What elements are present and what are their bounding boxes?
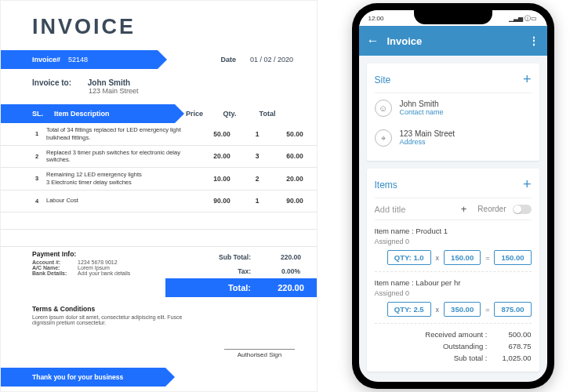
address-sub: Address	[400, 138, 456, 146]
invoice-to-address: 123 Main Street	[89, 87, 317, 95]
location-icon: ⌖	[375, 129, 392, 147]
status-icons: ▁▃▅ ⓘ▭	[509, 14, 537, 23]
table-row: 2Replaced 3 timer push switches for elec…	[1, 146, 317, 169]
col-sl: SL.	[32, 110, 54, 118]
reorder-label: Reorder	[477, 205, 506, 213]
add-title-input[interactable]: Add title	[375, 205, 455, 214]
invoice-to-block: Invoice to: John Smith 123 Main Street	[32, 78, 317, 95]
add-site-button[interactable]: +	[523, 71, 532, 88]
site-heading: Site	[375, 74, 391, 85]
items-heading: Items	[375, 180, 397, 191]
price-chip[interactable]: 350.00	[444, 302, 481, 317]
table-row-empty	[1, 212, 317, 230]
appbar-title: Invoice	[387, 35, 423, 47]
invoice-number-value: 52148	[68, 56, 88, 64]
invoice-document: INVOICE Invoice# 52148 Date 01 / 02 / 20…	[0, 0, 318, 392]
authorised-sign: Authorised Sign	[224, 349, 295, 358]
terms-block: Terms & Conditions Lorem ipsum dolor sit…	[32, 305, 189, 325]
add-item-button[interactable]: +	[523, 176, 532, 193]
site-contact-entry[interactable]: ☺ John Smith Contact name	[375, 93, 532, 123]
site-address-entry[interactable]: ⌖ 123 Main Street Address	[375, 123, 532, 153]
menu-icon[interactable]: ⋮	[528, 34, 539, 47]
line-total-chip: 875.00	[494, 302, 531, 317]
app-bar: ← Invoice ⋮	[359, 26, 547, 56]
invoice-number-band: Invoice# 52148 Date 01 / 02 / 2020	[1, 50, 317, 69]
status-time: 12:00	[368, 15, 384, 22]
item-row[interactable]: Item name : Product 1 Assigned 0 QTY: 1.…	[375, 220, 532, 272]
back-icon[interactable]: ←	[367, 34, 379, 48]
table-row: 1Total of 34 fittings replaced for LED e…	[1, 123, 317, 146]
site-card: Site + ☺ John Smith Contact name ⌖	[367, 64, 539, 161]
date-label: Date	[220, 56, 236, 64]
invoice-to-name: John Smith	[88, 78, 130, 87]
table-row: 4Labour Cost90.00190.00	[1, 191, 317, 212]
col-qty: Qty.	[214, 110, 245, 118]
col-total: Total	[245, 110, 289, 118]
qty-chip[interactable]: QTY: 2.5	[387, 302, 431, 317]
item-row[interactable]: Item name : Labour per hr Assigned 0 QTY…	[375, 272, 532, 324]
line-total-chip: 150.00	[494, 250, 531, 265]
phone-frame: 12:00 ▁▃▅ ⓘ▭ ← Invoice ⋮ Site +	[352, 3, 554, 389]
thanks-band: Thank you for your business	[1, 368, 165, 387]
qty-chip[interactable]: QTY: 1.0	[387, 250, 431, 265]
terms-body: Lorem ipsum dolor sit amet, consectetur …	[32, 314, 189, 325]
add-title-plus-button[interactable]: +	[461, 203, 467, 215]
table-body: 1Total of 34 fittings replaced for LED e…	[1, 123, 317, 247]
thanks-text: Thank you for your business	[1, 368, 165, 387]
person-icon: ☺	[375, 100, 392, 117]
terms-heading: Terms & Conditions	[32, 305, 189, 313]
invoice-number-label: Invoice#	[32, 56, 60, 64]
col-desc: Item Description	[54, 110, 175, 118]
reorder-toggle[interactable]	[513, 205, 532, 214]
phone-notch	[414, 10, 492, 24]
contact-sub: Contact name	[400, 108, 444, 116]
table-header: SL. Item Description Price Qty. Total	[1, 104, 317, 123]
table-row-empty	[1, 230, 317, 247]
contact-name: John Smith	[400, 100, 444, 108]
invoice-title: INVOICE	[32, 15, 317, 39]
table-row: 3Remaining 12 LED emergency lights 3 Ele…	[1, 168, 317, 191]
items-summary: Received amount :500.00 Outstanding :678…	[375, 324, 532, 364]
price-chip[interactable]: 150.00	[444, 250, 481, 265]
address-value: 123 Main Street	[400, 129, 456, 138]
totals-block: Sub Total:220.00 Tax:0.00% Total:220.00	[165, 250, 317, 297]
payment-heading: Payment Info:	[32, 250, 165, 258]
payment-info: Payment Info: Account #:1234 5678 9012 A…	[1, 250, 165, 297]
invoice-to-label: Invoice to:	[32, 78, 85, 87]
date-value: 01 / 02 / 2020	[250, 56, 293, 64]
items-card: Items + Add title + Reorder Item name : …	[367, 169, 539, 372]
